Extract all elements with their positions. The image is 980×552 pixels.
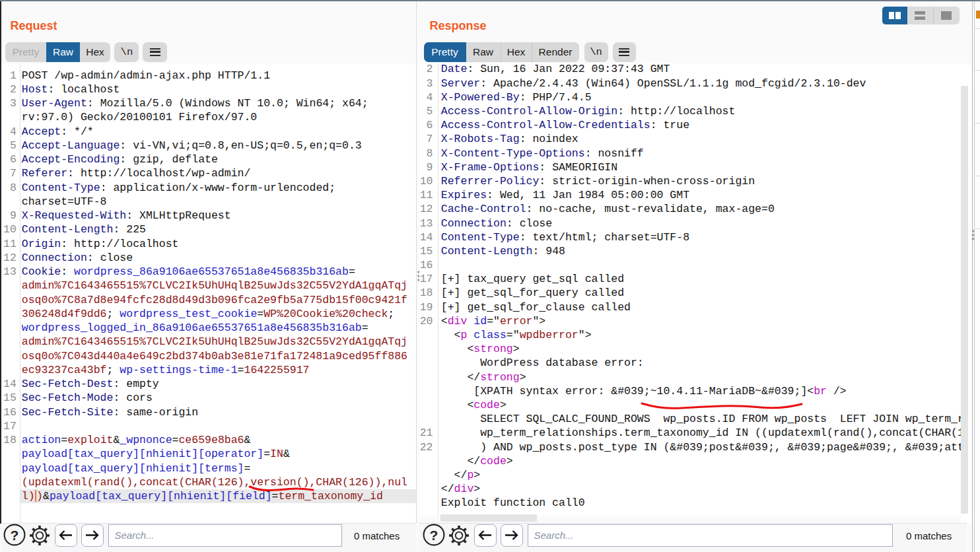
svg-text:?: ? (430, 528, 438, 543)
svg-text:?: ? (11, 528, 19, 543)
